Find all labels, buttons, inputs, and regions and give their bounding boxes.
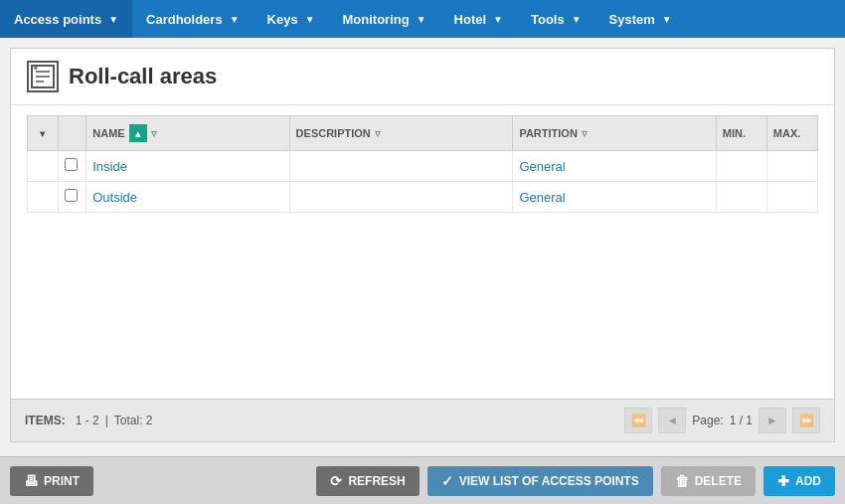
row-checkbox-cell [58,151,86,182]
row-collapse [28,182,59,213]
row-collapse [28,151,59,182]
view-label: VIEW LIST OF ACCESS POINTS [459,474,639,488]
table-container: ▾ NAME ▲ ▿ DESCRIPTION ▿ [11,105,834,399]
row-checkbox-0[interactable] [65,158,78,171]
nav-access-points[interactable]: Access points ▼ [0,0,132,38]
nav-label: System [609,12,655,27]
delete-button[interactable]: 🗑 DELETE [661,466,756,496]
row-partition: General [513,151,716,182]
col-min-label: MIN. [723,127,746,139]
col-name-label: NAME [92,127,124,139]
print-label: PRINT [44,474,80,488]
row-max [766,151,817,182]
row-checkbox-cell [58,182,86,213]
roll-call-icon: ✦ [30,64,56,89]
chevron-down-icon: ▼ [662,14,672,25]
checkmark-icon: ✓ [441,473,453,489]
nav-label: Monitoring [343,12,410,27]
filter-partition-icon[interactable]: ▿ [582,127,588,140]
delete-label: DELETE [695,474,742,488]
row-min [716,151,766,182]
row-min [716,182,766,213]
nav-system[interactable]: System ▼ [595,0,686,38]
print-button[interactable]: 🖶 PRINT [10,466,93,496]
col-max-header: MAX. [766,116,817,151]
add-label: ADD [795,474,821,488]
delete-icon: 🗑 [675,473,689,489]
items-separator: | [105,414,108,427]
page-title: Roll-call areas [69,64,217,89]
total-count: Total: 2 [114,414,153,427]
last-page-button[interactable]: ⏩ [792,408,820,433]
row-max [766,182,817,213]
nav-keys[interactable]: Keys ▼ [254,0,329,38]
nav-hotel[interactable]: Hotel ▼ [440,0,517,38]
nav-cardholders[interactable]: Cardholders ▼ [132,0,253,38]
col-collapse: ▾ [28,116,59,151]
chevron-down-icon: ▼ [305,14,315,25]
chevron-down-icon: ▼ [493,14,503,25]
page-icon: ✦ [27,61,59,92]
col-desc-label: DESCRIPTION [296,127,371,139]
print-icon: 🖶 [24,473,38,489]
next-page-button[interactable]: ► [759,408,786,433]
col-checkbox-header [58,116,86,151]
col-partition-label: PARTITION [519,127,577,139]
nav-label: Keys [267,12,298,27]
col-partition-header: PARTITION ▿ [513,116,716,151]
nav-label: Cardholders [146,12,223,27]
roll-call-table: ▾ NAME ▲ ▿ DESCRIPTION ▿ [27,115,818,213]
row-name[interactable]: Outside [86,182,289,213]
items-range: 1 - 2 [76,414,99,427]
items-label: ITEMS: [25,414,66,427]
main-content: ✦ Roll-call areas ▾ NAME ▲ ▿ [10,48,835,442]
page-info: ⏪ ◄ Page: 1 / 1 ► ⏩ [624,408,820,433]
page-label: Page: [692,414,723,427]
prev-page-button[interactable]: ◄ [658,408,686,433]
sort-name-button[interactable]: ▲ [129,124,147,142]
nav-label: Tools [531,12,565,27]
svg-text:✦: ✦ [33,65,39,72]
chevron-down-icon: ▼ [108,14,118,25]
row-checkbox-1[interactable] [65,189,78,202]
chevron-down-icon: ▼ [230,14,240,25]
top-navigation: Access points ▼ Cardholders ▼ Keys ▼ Mon… [0,0,845,38]
row-name[interactable]: Inside [86,151,289,182]
add-button[interactable]: ✚ ADD [763,466,835,496]
first-page-button[interactable]: ⏪ [624,408,652,433]
row-description [289,151,513,182]
page-value: 1 / 1 [730,414,753,427]
view-list-button[interactable]: ✓ VIEW LIST OF ACCESS POINTS [427,466,653,496]
col-max-label: MAX. [773,127,801,139]
collapse-icon[interactable]: ▾ [40,128,45,139]
plus-icon: ✚ [777,473,789,489]
nav-monitoring[interactable]: Monitoring ▼ [329,0,440,38]
table-row: OutsideGeneral [28,182,818,213]
col-min-header: MIN. [716,116,766,151]
footer-pagination: ITEMS: 1 - 2 | Total: 2 ⏪ ◄ Page: 1 / 1 … [11,399,834,441]
row-partition: General [513,182,716,213]
chevron-down-icon: ▼ [572,14,582,25]
refresh-button[interactable]: ⟳ REFRESH [316,466,419,496]
page-title-bar: ✦ Roll-call areas [11,49,834,105]
col-name-header: NAME ▲ ▿ [86,116,289,151]
row-description [289,182,513,213]
nav-label: Hotel [454,12,487,27]
filter-desc-icon[interactable]: ▿ [375,127,381,140]
refresh-icon: ⟳ [330,473,342,489]
table-row: InsideGeneral [28,151,818,182]
nav-label: Access points [14,12,101,27]
refresh-label: REFRESH [348,474,405,488]
col-desc-header: DESCRIPTION ▿ [289,116,513,151]
filter-name-icon[interactable]: ▿ [151,127,157,140]
bottom-toolbar: 🖶 PRINT ⟳ REFRESH ✓ VIEW LIST OF ACCESS … [0,456,845,504]
chevron-down-icon: ▼ [417,14,426,25]
nav-tools[interactable]: Tools ▼ [517,0,595,38]
